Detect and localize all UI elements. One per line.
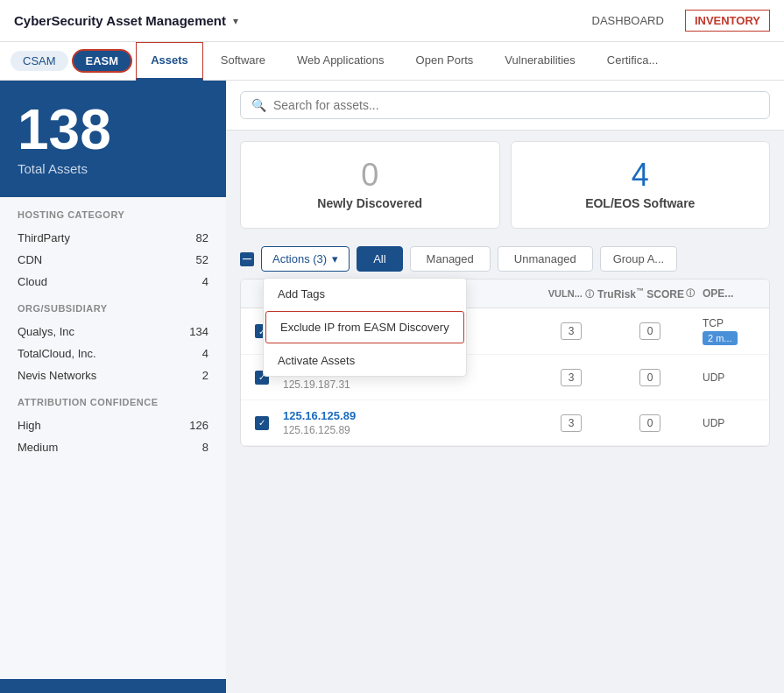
app-title: CyberSecurity Asset Management — [14, 13, 226, 28]
org-row-nevis[interactable]: Nevis Networks 2 — [18, 364, 208, 386]
nav-inventory[interactable]: INVENTORY — [685, 10, 770, 32]
row-2-ip-sub: 125.19.187.31 — [283, 378, 545, 391]
activate-assets-item[interactable]: Activate Assets — [264, 345, 466, 376]
row-3-ip-sub: 125.16.125.89 — [283, 424, 545, 436]
row-1-vuln: 3 — [545, 322, 597, 340]
hosting-thirdparty-label: ThirdParty — [18, 231, 70, 244]
main-layout: 138 Total Assets HOSTING CATEGORY ThirdP… — [0, 81, 784, 693]
eol-eos-card[interactable]: 4 EOL/EOS Software — [511, 141, 771, 229]
tab-csam[interactable]: CSAM — [11, 51, 68, 71]
hosting-thirdparty-count: 82 — [196, 231, 208, 244]
org-totalcloud-count: 4 — [202, 347, 208, 360]
hosting-row-cdn[interactable]: CDN 52 — [18, 249, 208, 271]
tab-assets-label: Assets — [151, 53, 188, 67]
nav-dashboard[interactable]: DASHBOARD — [592, 11, 664, 31]
attribution-row-high[interactable]: High 126 — [18, 414, 208, 436]
tab-web-applications-label: Web Applications — [297, 53, 385, 67]
org-qualys-label: Qualys, Inc — [18, 325, 74, 338]
tab-bar: CSAM EASM Assets Software Web Applicatio… — [0, 42, 784, 81]
tab-software[interactable]: Software — [207, 42, 279, 81]
tab-open-ports[interactable]: Open Ports — [402, 42, 488, 81]
row-3-checkbox[interactable] — [255, 416, 269, 430]
row-3-ip-col: 125.16.125.89 125.16.125.89 — [283, 409, 545, 436]
group-by-button[interactable]: Group A... — [600, 246, 678, 272]
attribution-high-label: High — [18, 419, 41, 432]
tab-certificates-label: Certifica... — [607, 53, 659, 67]
hosting-cdn-count: 52 — [196, 253, 208, 266]
vuln-info-icon: ⓘ — [585, 289, 594, 299]
row-2-vuln-badge: 3 — [561, 369, 583, 386]
row-2-score-badge: 0 — [639, 369, 661, 386]
header-left: CyberSecurity Asset Management ▾ — [14, 13, 238, 28]
eol-eos-label: EOL/EOS Software — [538, 196, 744, 210]
row-1-ope-text: TCP — [703, 317, 755, 329]
search-bar: 🔍 — [240, 91, 770, 119]
row-3-ope: UDP — [703, 417, 755, 429]
actions-chevron-icon: ▾ — [332, 252, 338, 265]
title-dropdown-icon[interactable]: ▾ — [233, 15, 238, 27]
attribution-row-medium[interactable]: Medium 8 — [18, 436, 208, 458]
org-totalcloud-label: TotalCloud, Inc. — [18, 347, 96, 360]
add-tags-item[interactable]: Add Tags — [264, 279, 466, 309]
select-all-checkbox[interactable] — [240, 252, 254, 266]
org-nevis-count: 2 — [202, 369, 208, 382]
total-assets-label: Total Assets — [18, 161, 208, 176]
newly-discovered-count: 0 — [267, 159, 473, 191]
row-2-ope-text: UDP — [703, 371, 755, 384]
row-1-ope-badge: 2 m... — [703, 331, 738, 345]
filter-managed-button[interactable]: Managed — [410, 246, 491, 272]
eol-eos-count: 4 — [538, 159, 744, 191]
org-nevis-label: Nevis Networks — [18, 369, 96, 382]
sidebar: 138 Total Assets HOSTING CATEGORY ThirdP… — [0, 81, 226, 693]
row-2-score: 0 — [597, 369, 703, 386]
attribution-medium-label: Medium — [18, 441, 58, 454]
filter-unmanaged-button[interactable]: Unmanaged — [498, 246, 593, 272]
tab-vulnerabilities-label: Vulnerabilities — [505, 53, 575, 67]
hosting-row-cloud[interactable]: Cloud 4 — [18, 271, 208, 293]
row-1-ope: TCP 2 m... — [703, 317, 755, 345]
attribution-high-count: 126 — [189, 419, 208, 432]
newly-discovered-label: Newly Discovered — [267, 196, 473, 210]
tab-web-applications[interactable]: Web Applications — [283, 42, 399, 81]
header-ope-col: OPE... — [703, 287, 755, 300]
tab-certificates[interactable]: Certifica... — [593, 42, 673, 81]
exclude-ip-item[interactable]: Exclude IP from EASM Discovery — [265, 311, 464, 343]
newly-discovered-card[interactable]: 0 Newly Discovered — [240, 141, 500, 229]
row-3-score-badge: 0 — [639, 414, 661, 432]
row-1-score-badge: 0 — [639, 322, 661, 340]
search-icon: 🔍 — [251, 98, 266, 112]
hosting-cloud-count: 4 — [202, 275, 208, 288]
header-score-col: TruRisk™ SCORE ⓘ — [597, 286, 703, 301]
actions-dropdown-menu: Add Tags Exclude IP from EASM Discovery … — [263, 278, 467, 377]
tab-assets[interactable]: Assets — [136, 42, 203, 81]
org-row-totalcloud[interactable]: TotalCloud, Inc. 4 — [18, 343, 208, 364]
ope-header-label: OPE... — [703, 287, 733, 300]
row-1-score: 0 — [597, 322, 703, 340]
hosting-row-thirdparty[interactable]: ThirdParty 82 — [18, 227, 208, 249]
tab-easm[interactable]: EASM — [72, 49, 133, 73]
tab-open-ports-label: Open Ports — [416, 53, 474, 67]
trurisk-text: TruRisk™ SCORE — [597, 286, 684, 301]
table-controls: Actions (3) ▾ All Managed Unmanaged Grou… — [226, 239, 784, 279]
org-row-qualys[interactable]: Qualys, Inc 134 — [18, 321, 208, 343]
tab-vulnerabilities[interactable]: Vulnerabilities — [491, 42, 589, 81]
hosting-cdn-label: CDN — [18, 253, 42, 266]
attribution-title: ATTRIBUTION CONFIDENCE — [18, 397, 208, 407]
sidebar-filters: HOSTING CATEGORY ThirdParty 82 CDN 52 Cl… — [0, 197, 226, 679]
header-vuln-col: VULN... ⓘ — [545, 287, 597, 301]
table-row: 125.16.125.89 125.16.125.89 3 0 UDP — [241, 400, 769, 446]
row-3-ip-link[interactable]: 125.16.125.89 — [283, 409, 545, 422]
vuln-header-label: VULN... — [548, 288, 583, 299]
tab-software-label: Software — [221, 53, 265, 67]
attribution-medium-count: 8 — [202, 441, 208, 454]
filter-all-button[interactable]: All — [357, 246, 402, 272]
total-assets-count: 138 — [18, 102, 208, 158]
row-3-vuln: 3 — [545, 414, 597, 432]
hosting-cloud-label: Cloud — [18, 275, 47, 288]
row-1-vuln-badge: 3 — [561, 322, 583, 340]
header-right: DASHBOARD INVENTORY — [592, 10, 770, 32]
search-bar-wrap: 🔍 — [226, 81, 784, 131]
actions-button[interactable]: Actions (3) ▾ — [261, 246, 350, 272]
row-3-check[interactable] — [255, 416, 283, 430]
search-input[interactable] — [273, 98, 759, 112]
